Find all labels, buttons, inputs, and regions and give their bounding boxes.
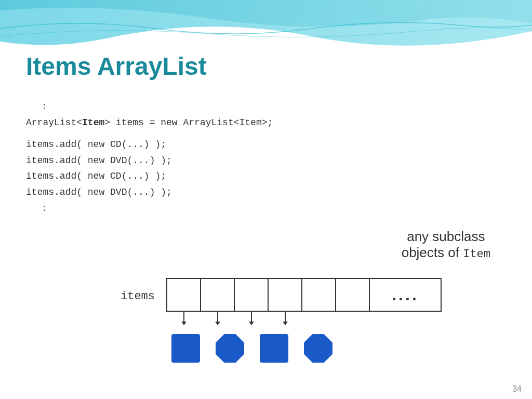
annotation-line1: any subclass — [402, 229, 490, 245]
array-cell-1 — [166, 278, 200, 312]
arrow-3 — [249, 312, 254, 325]
code-line-2: items.add( new CD(...) ); — [26, 137, 273, 153]
shape-cd-2 — [260, 334, 288, 363]
array-diagram: .... — [166, 278, 442, 312]
arrow-4 — [283, 312, 288, 325]
array-cell-4 — [268, 278, 301, 312]
slide: Items ArrayList : ArrayList<Item> items … — [0, 0, 532, 399]
arrow-2 — [215, 312, 220, 325]
top-wave-decoration — [0, 0, 532, 57]
shape-dvd-1 — [216, 334, 244, 363]
annotation-line2: objects of Item — [402, 245, 490, 261]
code-line-3: items.add( new DVD(...) ); — [26, 153, 273, 169]
annotation: any subclass objects of Item — [402, 229, 490, 261]
code-line-5: items.add( new DVD(...) ); — [26, 184, 273, 201]
annotation-code: Item — [463, 248, 490, 261]
code-arraylist-pre: ArrayList< — [26, 117, 82, 128]
array-cell-dots: .... — [369, 278, 442, 312]
code-dot-line-1: : — [26, 99, 273, 115]
code-keyword-item: Item — [82, 117, 104, 128]
shape-dvd-2 — [304, 334, 332, 363]
shapes-row — [171, 334, 332, 363]
code-content: : ArrayList<Item> items = new ArrayList<… — [26, 99, 273, 216]
array-cell-2 — [200, 278, 234, 312]
shape-cd-1 — [171, 334, 200, 363]
code-arraylist-post: > items = new ArrayList<Item>; — [104, 117, 273, 128]
code-line-4: items.add( new CD(...) ); — [26, 168, 273, 184]
items-label: items — [121, 290, 155, 303]
array-cell-3 — [234, 278, 268, 312]
page-number: 34 — [512, 384, 522, 394]
slide-title: Items ArrayList — [26, 52, 207, 81]
code-dot-line-2: : — [26, 201, 273, 217]
code-block: : ArrayList<Item> items = new ArrayList<… — [26, 99, 273, 216]
array-cell-5 — [301, 278, 335, 312]
code-line-arraylist: ArrayList<Item> items = new ArrayList<It… — [26, 115, 273, 131]
arrow-1 — [181, 312, 187, 325]
array-cell-6 — [335, 278, 369, 312]
